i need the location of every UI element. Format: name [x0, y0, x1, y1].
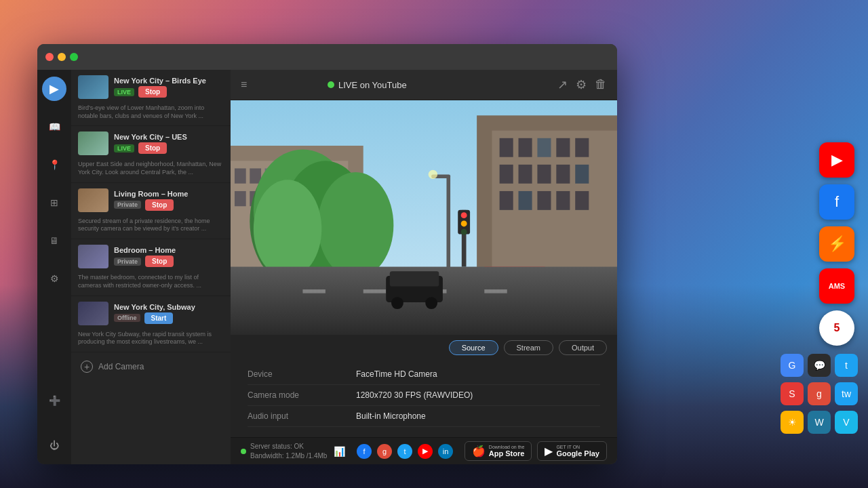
app-store-badge[interactable]: 🍎 Download on the App Store — [465, 441, 532, 461]
sidebar-settings-icon[interactable]: ⚙ — [42, 266, 66, 291]
status-badge: Offline — [114, 314, 140, 322]
settings-icon[interactable]: ⚙ — [576, 77, 587, 92]
camera-name: New York City – UES — [114, 133, 224, 141]
svg-rect-19 — [519, 138, 532, 157]
dock-5-icon[interactable]: 5 — [819, 310, 854, 346]
camera-description: Secured stream of a private residence, t… — [78, 218, 224, 233]
social-linkedin-icon[interactable]: in — [438, 444, 453, 459]
camera-info: Bedroom – Home Private Stop — [114, 246, 224, 267]
status-badge: LIVE — [114, 144, 134, 152]
status-dot — [241, 449, 246, 454]
camera-item[interactable]: Bedroom – Home Private Stop The master b… — [71, 239, 231, 296]
audio-input-row: Audio input Built-in Microphone — [248, 406, 600, 427]
svg-point-51 — [461, 220, 467, 226]
stop-button[interactable]: Stop — [145, 199, 174, 211]
social-gplus-icon[interactable]: g — [377, 444, 392, 459]
dock-small-twitter-icon[interactable]: t — [835, 354, 858, 377]
camera-mode-label: Camera mode — [248, 390, 356, 400]
google-play-text: GET IT ON Google Play — [556, 445, 599, 458]
svg-rect-31 — [556, 191, 570, 210]
tab-output[interactable]: Output — [559, 340, 607, 355]
stop-button[interactable]: Stop — [145, 256, 174, 267]
sidebar-monitor-icon[interactable]: 🖥 — [42, 228, 66, 253]
close-button[interactable] — [45, 53, 54, 61]
dock-small-gplus-icon[interactable]: g — [808, 382, 831, 405]
audio-input-label: Audio input — [248, 411, 356, 421]
camera-item[interactable]: New York City – Birds Eye LIVE Stop Bird… — [71, 70, 231, 126]
svg-rect-24 — [519, 165, 532, 184]
stop-button[interactable]: Stop — [138, 142, 167, 154]
svg-rect-20 — [537, 138, 551, 157]
dock-ams-icon[interactable]: AMS — [819, 268, 854, 304]
google-play-badge[interactable]: ▶ GET IT ON Google Play — [537, 441, 607, 461]
sidebar-grid-icon[interactable]: ⊞ — [42, 190, 66, 215]
svg-rect-45 — [390, 271, 439, 286]
server-status: Server status: OK Bandwidth: 1.2Mb /1.4M… — [241, 442, 345, 461]
camera-thumbnail — [78, 302, 108, 325]
dock-small-s-icon[interactable]: S — [781, 382, 804, 405]
svg-point-37 — [318, 172, 394, 278]
svg-rect-5 — [250, 168, 261, 183]
dock-small-sun-icon[interactable]: ☀ — [781, 411, 804, 434]
svg-point-47 — [425, 297, 437, 309]
dock-facebook-icon[interactable]: f — [819, 184, 854, 220]
status-badge: LIVE — [114, 88, 134, 96]
camera-item[interactable]: New York City – UES LIVE Stop Upper East… — [71, 126, 231, 182]
svg-point-55 — [429, 170, 437, 179]
camera-item-header: Living Room – Home Private Stop — [78, 188, 224, 212]
dock-small-tw2-icon[interactable]: tw — [835, 382, 858, 405]
dock-small-wp-icon[interactable]: W — [808, 411, 831, 434]
camera-status-row: Private Stop — [114, 256, 224, 267]
camera-name: New York City, Subway — [114, 303, 224, 311]
svg-rect-40 — [302, 289, 325, 293]
add-camera-label: Add Camera — [98, 362, 144, 371]
live-indicator: LIVE on YouTube — [328, 80, 407, 90]
dock-small-row-3: ☀ W V — [781, 411, 858, 434]
camera-thumbnail — [78, 188, 108, 212]
dock-lightning-icon[interactable]: ⚡ — [819, 226, 854, 262]
svg-point-52 — [461, 229, 467, 235]
right-dock: ▶ f ⚡ AMS 5 — [819, 142, 854, 346]
sidebar-power-icon[interactable]: ⏻ — [42, 433, 66, 458]
social-twitter-icon[interactable]: t — [397, 444, 412, 459]
apple-icon: 🍎 — [472, 445, 486, 458]
camera-item[interactable]: New York City, Subway Offline Start New … — [71, 296, 231, 352]
dock-small-chat-icon[interactable]: 💬 — [808, 354, 831, 377]
social-icons: f g t ▶ in — [357, 444, 453, 459]
minimize-button[interactable] — [58, 53, 66, 61]
social-youtube-icon[interactable]: ▶ — [418, 444, 433, 459]
dock-small-v-icon[interactable]: V — [835, 411, 858, 434]
svg-rect-22 — [575, 138, 589, 157]
camera-name: Living Room – Home — [114, 190, 224, 198]
street-scene-svg — [231, 100, 617, 335]
device-info: Device FaceTime HD Camera Camera mode 12… — [231, 361, 617, 437]
tab-source[interactable]: Source — [449, 340, 498, 355]
dock-small-g-icon[interactable]: G — [781, 354, 804, 377]
sidebar-logo[interactable]: ▶ — [42, 77, 66, 101]
dock-youtube-icon[interactable]: ▶ — [819, 142, 854, 178]
delete-icon[interactable]: 🗑 — [595, 77, 607, 92]
camera-item[interactable]: Living Room – Home Private Stop Secured … — [71, 183, 231, 239]
social-facebook-icon[interactable]: f — [357, 444, 372, 459]
add-camera-button[interactable]: + Add Camera — [71, 352, 231, 381]
maximize-button[interactable] — [70, 53, 78, 61]
hamburger-icon[interactable]: ≡ — [241, 79, 247, 91]
svg-point-38 — [254, 180, 321, 278]
top-bar: ≡ LIVE on YouTube ↗ ⚙ 🗑 — [231, 70, 617, 100]
camera-info: New York City – UES LIVE Stop — [114, 133, 224, 154]
sidebar-location-icon[interactable]: 📍 — [42, 152, 66, 177]
svg-rect-4 — [235, 168, 246, 183]
sidebar-book-icon[interactable]: 📖 — [42, 115, 66, 139]
app-window: ▶ 📖 📍 ⊞ 🖥 ⚙ ➕ ⏻ New York City – Birds Ey… — [37, 44, 617, 464]
right-dock-bottom: G 💬 t S g tw ☀ W V — [781, 354, 858, 434]
camera-info: New York City – Birds Eye LIVE Stop — [114, 77, 224, 98]
sidebar-medical-icon[interactable]: ➕ — [42, 388, 66, 413]
start-button[interactable]: Start — [144, 312, 174, 324]
camera-name: New York City – Birds Eye — [114, 77, 224, 85]
tab-stream[interactable]: Stream — [504, 340, 553, 355]
share-icon[interactable]: ↗ — [557, 77, 568, 92]
main-content: ▶ 📖 📍 ⊞ 🖥 ⚙ ➕ ⏻ New York City – Birds Ey… — [37, 70, 617, 464]
stop-button[interactable]: Stop — [138, 86, 167, 98]
app-store-small: Download on the — [489, 445, 525, 449]
svg-rect-25 — [537, 165, 551, 184]
